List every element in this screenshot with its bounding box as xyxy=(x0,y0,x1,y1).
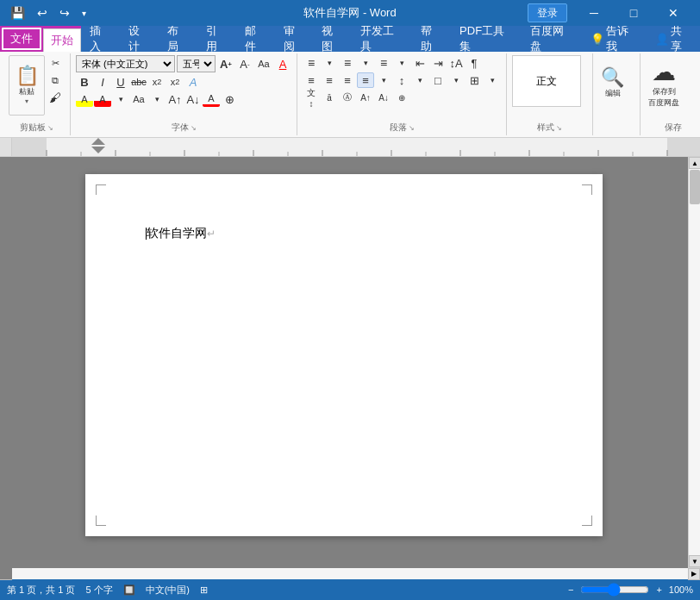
menu-design[interactable]: 设计 xyxy=(120,26,159,52)
superscript-button[interactable]: x2 xyxy=(166,74,184,90)
multilevel-button[interactable]: ≡ xyxy=(375,55,392,71)
font-name-select[interactable]: 宋体 (中文正文) xyxy=(76,55,175,72)
font-color-button[interactable]: A xyxy=(94,91,111,107)
copy-button[interactable]: ⧉ xyxy=(47,72,64,88)
save-baidu-button[interactable]: ☁ 保存到 百度网盘 xyxy=(646,55,682,111)
subscript-button[interactable]: x2 xyxy=(148,74,166,90)
menu-layout[interactable]: 布局 xyxy=(159,26,197,52)
numbering-more-button[interactable]: ▾ xyxy=(357,55,374,71)
numbering-button[interactable]: ≡ xyxy=(339,55,356,71)
undo-button[interactable]: ↩ xyxy=(34,0,51,26)
sort-button[interactable]: ↕A xyxy=(447,55,465,71)
hscroll-track[interactable] xyxy=(12,568,688,579)
text-highlight-button[interactable]: A xyxy=(76,91,93,107)
bullets-button[interactable]: ≡ xyxy=(303,55,320,71)
paste-button[interactable]: 📋 粘贴 ▾ xyxy=(9,55,45,116)
line-spacing-button[interactable]: ↕ xyxy=(393,72,410,88)
menu-references[interactable]: 引用 xyxy=(197,26,236,52)
bullets-more-button[interactable]: ▾ xyxy=(321,55,338,71)
menu-mailings[interactable]: 邮件 xyxy=(236,26,275,52)
format-paint-button[interactable]: 🖌 xyxy=(47,90,64,105)
zoom-out-button[interactable]: − xyxy=(568,584,573,595)
chinese-layout-button[interactable]: 文↕ xyxy=(303,90,320,105)
circle-char-button[interactable]: Ⓐ xyxy=(339,90,356,105)
align-right-button[interactable]: ≡ xyxy=(339,72,356,88)
cut-button[interactable]: ✂ xyxy=(47,55,64,71)
line-spacing-more-button[interactable]: ▾ xyxy=(411,72,428,88)
font-size-increase-button[interactable]: A+ xyxy=(217,56,234,72)
menu-pdf[interactable]: PDF工具集 xyxy=(451,26,522,52)
decrease-char-button[interactable]: A↓ xyxy=(375,90,392,105)
menu-file[interactable]: 文件 xyxy=(2,28,41,50)
increase-char-button[interactable]: A↑ xyxy=(357,90,374,105)
menu-tip[interactable]: 💡 告诉我 xyxy=(582,26,647,52)
shading-para-button[interactable]: □ xyxy=(429,72,447,88)
menu-home[interactable]: 开始 xyxy=(43,28,81,52)
zoom-in-button[interactable]: + xyxy=(656,584,661,595)
underline-button[interactable]: U xyxy=(112,74,129,90)
scroll-thumb[interactable] xyxy=(690,170,700,204)
font-shrink-button[interactable]: A↓ xyxy=(184,91,202,107)
menu-review[interactable]: 审阅 xyxy=(275,26,314,52)
styles-group-label[interactable]: 样式 ↘ xyxy=(512,120,587,134)
borders-button[interactable]: ⊞ xyxy=(466,72,483,88)
document-page[interactable]: 软件自学网↵ xyxy=(85,174,603,536)
justify-more-button[interactable]: ▾ xyxy=(375,72,392,88)
italic-button[interactable]: I xyxy=(94,74,111,90)
show-marks-button[interactable]: ¶ xyxy=(466,55,483,71)
scroll-up-button[interactable]: ▲ xyxy=(689,157,700,169)
document-text[interactable]: 软件自学网↵ xyxy=(146,226,542,241)
char-spacing-button[interactable]: ⊕ xyxy=(221,91,238,107)
clear-format-button[interactable]: A xyxy=(274,56,291,72)
horizontal-scrollbar[interactable]: ◀ ▶ xyxy=(0,567,700,579)
font-aa-button[interactable]: Aa xyxy=(130,91,147,107)
scroll-track[interactable] xyxy=(689,169,700,555)
restore-button[interactable]: □ xyxy=(614,0,653,26)
bold-button[interactable]: B xyxy=(76,74,93,90)
shading-btn[interactable]: A xyxy=(203,91,220,107)
paragraph-group-label[interactable]: 段落 ↘ xyxy=(303,120,501,134)
style-normal-button[interactable]: 正文 xyxy=(512,55,581,107)
increase-indent-button[interactable]: ⇥ xyxy=(429,55,447,71)
borders-more-button[interactable]: ▾ xyxy=(484,72,501,88)
font-group-label[interactable]: 字体 ↘ xyxy=(76,120,291,134)
close-button[interactable]: ✕ xyxy=(653,0,693,26)
decrease-indent-button[interactable]: ⇤ xyxy=(411,55,428,71)
menu-share[interactable]: 👤 共享 xyxy=(647,26,700,52)
font-case-button[interactable]: Aa xyxy=(255,56,272,72)
para-extra-btn[interactable]: ⊕ xyxy=(393,90,410,105)
save-quick-button[interactable]: 💾 xyxy=(7,0,28,26)
menu-developer[interactable]: 开发工具 xyxy=(352,26,412,52)
font-grow-button[interactable]: A↑ xyxy=(166,91,184,107)
document-area[interactable]: 软件自学网↵ xyxy=(0,157,688,579)
align-left-button[interactable]: ≡ xyxy=(303,72,320,88)
vertical-scrollbar[interactable]: ▲ ▼ xyxy=(688,157,700,567)
document-content: 软件自学网 xyxy=(147,226,207,240)
multilevel-more-button[interactable]: ▾ xyxy=(393,55,410,71)
ribbon-group-clipboard: 📋 粘贴 ▾ ✂ ⧉ 🖌 剪贴板 ↘ xyxy=(3,53,71,135)
shading-para-more-button[interactable]: ▾ xyxy=(447,72,465,88)
font-size-select[interactable]: 五号 xyxy=(177,55,216,72)
login-button[interactable]: 登录 xyxy=(528,3,567,22)
redo-button[interactable]: ↪ xyxy=(56,0,73,26)
ruler-marks xyxy=(12,138,700,156)
quick-access-more-button[interactable]: ▾ xyxy=(78,0,90,26)
menu-view[interactable]: 视图 xyxy=(313,26,352,52)
find-button[interactable]: 🔍 编辑 xyxy=(598,55,627,111)
menu-insert[interactable]: 插入 xyxy=(81,26,120,52)
font-size-decrease-button[interactable]: A- xyxy=(236,56,253,72)
align-center-button[interactable]: ≡ xyxy=(321,72,338,88)
minimize-button[interactable]: ─ xyxy=(574,0,614,26)
zoom-slider[interactable] xyxy=(580,583,649,597)
scroll-right-button[interactable]: ▶ xyxy=(688,568,700,580)
menu-baidu[interactable]: 百度网盘 xyxy=(522,26,582,52)
scroll-down-button[interactable]: ▼ xyxy=(689,555,700,567)
font-aa-more-button[interactable]: ▾ xyxy=(148,91,166,107)
strikethrough-button[interactable]: abc xyxy=(130,74,147,90)
text-effects-button[interactable]: A xyxy=(184,74,202,90)
font-color-more-button[interactable]: ▾ xyxy=(112,91,129,107)
phonetic-button[interactable]: ā xyxy=(321,90,338,105)
menu-help[interactable]: 帮助 xyxy=(412,26,451,52)
justify-button[interactable]: ≡ xyxy=(357,72,374,88)
clipboard-group-label[interactable]: 剪贴板 ↘ xyxy=(9,120,65,134)
